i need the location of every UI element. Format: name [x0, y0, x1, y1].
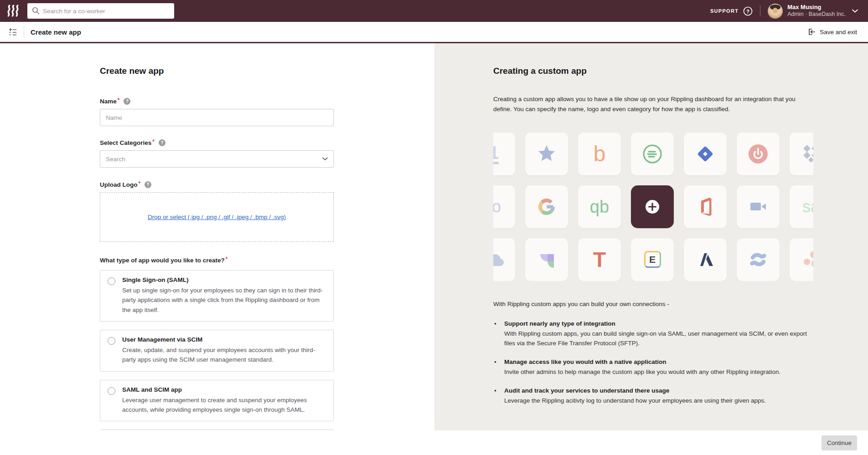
footer: Continue — [0, 430, 868, 455]
bullet-title: Manage access like you would with a nati… — [504, 358, 813, 365]
name-label: Name* ? — [100, 98, 334, 105]
bullet-item: Manage access like you would with a nati… — [493, 358, 813, 377]
app-tile-letter-t: T — [578, 238, 621, 281]
logo-dropzone[interactable]: Drop or select (.jpg / .png / .gif / .jp… — [100, 192, 334, 242]
flow-header: Create new app Save and exit — [0, 22, 868, 43]
save-and-exit-button[interactable]: Save and exit — [807, 28, 857, 36]
app-tile-pentagon-star — [525, 133, 568, 175]
connections-intro: With Rippling custom apps you can build … — [493, 301, 813, 307]
app-tile-confluence-waves — [737, 238, 780, 281]
app-tile-jira-diamond — [684, 133, 727, 175]
app-tile-office-box — [684, 185, 727, 228]
info-panel: Creating a custom app Creating a custom … — [434, 43, 868, 430]
search-icon — [32, 7, 40, 15]
user-role: Admin · BaseDash Inc. — [787, 11, 846, 18]
support-label: SUPPORT — [710, 8, 739, 14]
save-and-exit-label: Save and exit — [820, 29, 857, 36]
bullet-body: With Rippling custom apps, you can build… — [504, 329, 811, 348]
app-tile-pink-dots — [790, 238, 813, 281]
topbar-divider — [760, 5, 760, 16]
name-help-icon[interactable]: ? — [124, 98, 130, 105]
app-tile-dropbox-diamonds — [790, 133, 813, 175]
option-title: SAML and SCIM app — [122, 386, 326, 393]
bullet-item: Support nearly any type of integration W… — [493, 320, 813, 348]
upload-logo-label: Upload Logo* ? — [100, 181, 334, 188]
search-input[interactable] — [27, 3, 174, 19]
avatar[interactable] — [768, 4, 783, 19]
bullet-body: Leverage the Rippling acitivty log to un… — [504, 396, 811, 406]
coworker-search — [27, 3, 174, 19]
app-tile-cloud — [493, 238, 515, 281]
app-tile-plus-custom — [631, 185, 674, 228]
categories-label: Select Categories* ? — [100, 139, 334, 146]
bullet-title: Support nearly any type of integration — [504, 320, 813, 327]
name-input[interactable] — [100, 109, 334, 126]
option-description: Leverage user management to create and s… — [122, 395, 326, 415]
bullet-title: Audit and track your services to underst… — [504, 387, 813, 394]
option-saml-and-scim[interactable]: SAML and SCIM app Leverage user manageme… — [100, 380, 334, 422]
svg-text:?: ? — [746, 8, 749, 14]
app-tile-letter-b: b — [578, 133, 621, 175]
info-intro: Creating a custom app allows you to have… — [493, 94, 813, 114]
drop-or-select-link[interactable]: Drop or select (.jpg / .png / .gif / .jp… — [148, 214, 286, 220]
user-name: Max Musing — [787, 4, 846, 11]
app-type-question: What type of app would you like to creat… — [100, 257, 334, 264]
user-info[interactable]: Max Musing Admin · BaseDash Inc. — [787, 4, 846, 18]
app-tile-letter-e-box: E — [631, 238, 674, 281]
required-asterisk: * — [118, 97, 120, 103]
app-tile-numeral-one: 1 — [493, 133, 515, 175]
option-user-management-scim[interactable]: User Management via SCIM Create, update,… — [100, 330, 334, 372]
support-button[interactable]: SUPPORT ? — [710, 6, 753, 16]
app-tile-video-camera — [737, 185, 780, 228]
option-description: Set up single sign-on for your employees… — [122, 286, 326, 315]
option-single-sign-on-saml[interactable]: Single Sign-on (SAML) Set up single sign… — [100, 270, 334, 322]
required-asterisk: * — [152, 138, 155, 145]
create-new-app-page: SUPPORT ? Max Musing Admin · BaseDash In… — [0, 0, 868, 455]
form-panel: Create new app Name* ? Select Categories… — [0, 43, 434, 430]
content: Create new app Name* ? Select Categories… — [0, 43, 868, 430]
categories-placeholder: Search — [106, 156, 322, 163]
feature-bullets: Support nearly any type of integration W… — [493, 320, 813, 405]
bullet-item: Audit and track your services to underst… — [493, 387, 813, 406]
header-divider — [24, 26, 24, 37]
required-asterisk: * — [138, 180, 140, 187]
categories-select[interactable]: Search — [100, 150, 334, 168]
option-title: Single Sign-on (SAML) — [122, 276, 326, 283]
topbar-right: SUPPORT ? Max Musing Admin · BaseDash In… — [710, 4, 858, 19]
chevron-down-icon — [322, 157, 328, 161]
bullet-body: Invite other admins to help manage the c… — [504, 367, 811, 377]
continue-button[interactable]: Continue — [822, 435, 857, 450]
radio-button[interactable] — [108, 277, 115, 285]
app-tile-letters-ro: ro — [493, 185, 515, 228]
app-tile-petals — [525, 238, 568, 281]
exit-icon — [807, 28, 816, 36]
categories-help-icon[interactable]: ? — [159, 139, 165, 146]
topbar: SUPPORT ? Max Musing Admin · BaseDash In… — [0, 0, 868, 22]
upload-help-icon[interactable]: ? — [145, 181, 151, 188]
app-tile-google-g — [525, 185, 568, 228]
app-tile-power-button — [737, 133, 780, 175]
option-title: User Management via SCIM — [122, 336, 326, 343]
app-tile-circle-lines — [631, 133, 674, 175]
form-title: Create new app — [100, 66, 334, 76]
page-title: Create new app — [31, 28, 81, 36]
radio-button[interactable] — [108, 337, 115, 345]
app-tile-letters-sa: sa — [790, 185, 813, 228]
option-description: Create, update, and suspend your employe… — [122, 345, 326, 365]
app-tile-grid: 1broqbsaTE — [493, 133, 813, 281]
app-tile-atlassian-a — [684, 238, 727, 281]
radio-button[interactable] — [108, 387, 115, 395]
rippling-logo-icon[interactable] — [6, 4, 22, 18]
app-tile-letters-qb: qb — [578, 185, 621, 228]
steps-list-icon[interactable] — [7, 26, 18, 37]
chevron-down-icon[interactable] — [852, 9, 858, 13]
help-circle-icon[interactable]: ? — [743, 6, 753, 16]
info-title: Creating a custom app — [493, 66, 813, 76]
